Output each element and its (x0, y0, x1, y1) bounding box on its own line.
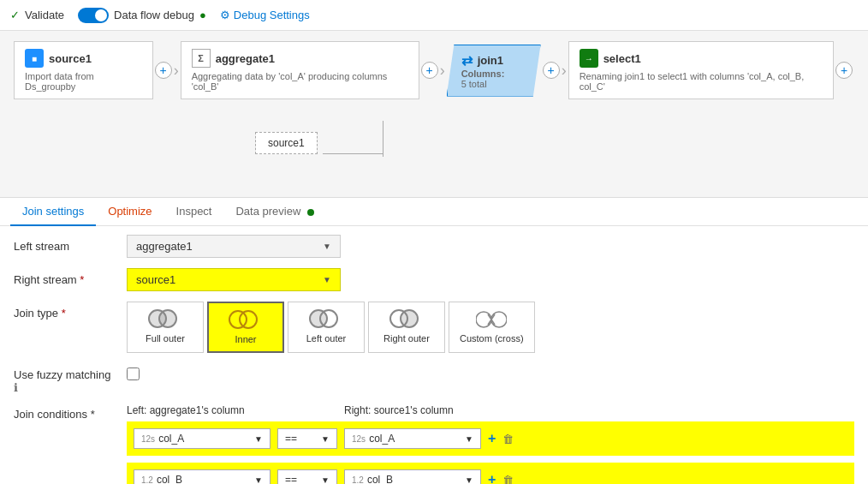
debug-settings-button[interactable]: ⚙ Debug Settings (220, 9, 310, 21)
tab-inspect[interactable]: Inspect (164, 198, 224, 226)
cond2-trash-icon: 🗑 (502, 474, 514, 485)
right-outer-icon (389, 309, 424, 330)
cond1-op-value: == (285, 433, 297, 445)
condition-row-1: 12s col_A ▼ == ▼ 12s col_A ▼ + 🗑 (127, 421, 854, 456)
aggregate1-node[interactable]: Σ aggregate1 Aggregating data by 'col_A'… (181, 41, 419, 99)
source1-node[interactable]: ■ source1 Import data from Ds_groupby (14, 41, 153, 99)
cond2-left-chevron: ▼ (254, 475, 263, 485)
source1-icon: ■ (25, 49, 44, 68)
cond2-left-select[interactable]: 1.2 col_B ▼ (134, 469, 271, 484)
aggregate1-wrapper: Σ aggregate1 Aggregating data by 'col_A'… (181, 41, 440, 99)
cond1-add-button[interactable]: + (488, 431, 496, 446)
join1-icon: ⇄ (461, 52, 473, 69)
join-type-custom-cross[interactable]: Custom (cross) (449, 302, 535, 353)
connector-line (383, 121, 383, 157)
tab-join-settings[interactable]: Join settings (10, 198, 96, 226)
custom-cross-icon (474, 309, 508, 330)
full-outer-label: Full outer (146, 333, 185, 344)
source1-wrapper: ■ source1 Import data from Ds_groupby + (14, 41, 174, 99)
arrow1: › (174, 62, 179, 80)
debug-label: Data flow debug (114, 9, 194, 21)
aggregate1-add-button[interactable]: + (421, 62, 438, 79)
cond1-right-select[interactable]: 12s col_A ▼ (344, 428, 481, 449)
join-type-full-outer[interactable]: Full outer (127, 302, 204, 353)
fuzzy-label: Use fuzzy matching ℹ (14, 363, 116, 394)
cond1-left-type: 12s (141, 434, 155, 444)
cond2-right-value: col_B (367, 474, 393, 484)
inner-label: Inner (235, 334, 256, 344)
cond1-right-chevron: ▼ (465, 434, 473, 444)
secondary-source1-node[interactable]: source1 (255, 132, 318, 154)
join1-wrapper: ⇄ join1 Columns:5 total + (447, 45, 562, 97)
svg-point-1 (491, 312, 507, 327)
right-stream-label: Right stream * (14, 268, 116, 286)
join-types-group: Full outer Inner Left outer (127, 302, 854, 353)
left-stream-row: Left stream aggregate1 ▼ (14, 235, 854, 258)
join-type-label: Join type * (14, 302, 116, 320)
aggregate1-icon: Σ (192, 49, 211, 68)
svg-point-0 (476, 312, 491, 327)
aggregate1-title: aggregate1 (216, 52, 275, 65)
join-type-control: Full outer Inner Left outer (127, 302, 854, 353)
select1-add-button[interactable]: + (835, 62, 853, 79)
validate-label: Validate (25, 9, 64, 21)
cond1-right-type: 12s (352, 434, 366, 444)
tab-optimize[interactable]: Optimize (96, 198, 163, 226)
cond1-right-value: col_A (369, 433, 395, 445)
debug-toggle-group: Data flow debug ● (78, 8, 206, 23)
tab-data-preview[interactable]: Data preview (223, 198, 326, 226)
fuzzy-checkbox[interactable] (127, 367, 140, 380)
connector-h-line (323, 153, 383, 154)
left-stream-select[interactable]: aggregate1 ▼ (127, 235, 341, 258)
right-stream-value-text: source1 (136, 273, 175, 286)
conditions-headers: Left: aggregate1's column Right: source1… (127, 404, 854, 416)
debug-toggle[interactable] (78, 8, 109, 23)
fuzzy-control (127, 363, 854, 383)
source1-title: source1 (49, 52, 92, 65)
select1-node[interactable]: → select1 Renaming join1 to select1 with… (568, 41, 834, 99)
join-type-left-outer[interactable]: Left outer (288, 302, 365, 353)
join-type-inner[interactable]: Inner (207, 302, 284, 353)
conditions-content: Left: aggregate1's column Right: source1… (127, 404, 854, 484)
cond2-right-chevron: ▼ (465, 475, 473, 485)
join-conditions-label: Join conditions * (14, 404, 116, 421)
gear-icon: ⚙ (220, 9, 230, 21)
debug-status-icon: ● (199, 9, 206, 21)
right-stream-chevron: ▼ (323, 275, 331, 284)
pipeline-canvas: ■ source1 Import data from Ds_groupby + … (0, 31, 868, 198)
cond2-right-select[interactable]: 1.2 col_B ▼ (344, 469, 481, 484)
arrow3: › (562, 62, 567, 80)
join-cond-required: * (91, 408, 95, 421)
cond1-left-select[interactable]: 12s col_A ▼ (134, 428, 271, 449)
left-stream-value: aggregate1 ▼ (127, 235, 854, 258)
select1-title: select1 (603, 52, 641, 65)
cond2-left-type: 1.2 (141, 475, 153, 485)
debug-settings-label: Debug Settings (234, 9, 310, 21)
cond2-op-select[interactable]: == ▼ (277, 469, 337, 484)
select1-icon: → (580, 49, 598, 68)
cond2-add-button[interactable]: + (488, 472, 496, 484)
left-col-header: Left: aggregate1's column (127, 404, 271, 416)
cond2-delete-button[interactable]: 🗑 (502, 474, 514, 485)
join-type-right-outer[interactable]: Right outer (368, 302, 445, 353)
cond1-op-select[interactable]: == ▼ (277, 428, 337, 449)
inner-icon (229, 310, 263, 331)
left-stream-label: Left stream (14, 235, 116, 253)
pipeline-row: ■ source1 Import data from Ds_groupby + … (14, 41, 854, 99)
validate-button[interactable]: ✓ Validate (10, 9, 64, 21)
join1-title: join1 (478, 54, 503, 67)
aggregate1-desc: Aggregating data by 'col_A' producing co… (192, 71, 408, 92)
join1-node[interactable]: ⇄ join1 Columns:5 total (447, 45, 541, 97)
left-stream-chevron: ▼ (323, 242, 331, 251)
source1-add-button[interactable]: + (155, 62, 172, 79)
arrow2: › (440, 62, 445, 80)
right-stream-select[interactable]: source1 ▼ (127, 268, 341, 291)
source1-desc: Import data from Ds_groupby (25, 71, 142, 92)
cond1-left-chevron: ▼ (254, 434, 263, 444)
join1-add-button[interactable]: + (543, 62, 560, 79)
cond1-op-chevron: ▼ (321, 434, 330, 444)
right-col-header: Right: source1's column (344, 404, 454, 416)
data-preview-dot (307, 209, 314, 216)
cond1-delete-button[interactable]: 🗑 (502, 433, 514, 445)
fuzzy-info-icon[interactable]: ℹ (14, 381, 18, 394)
